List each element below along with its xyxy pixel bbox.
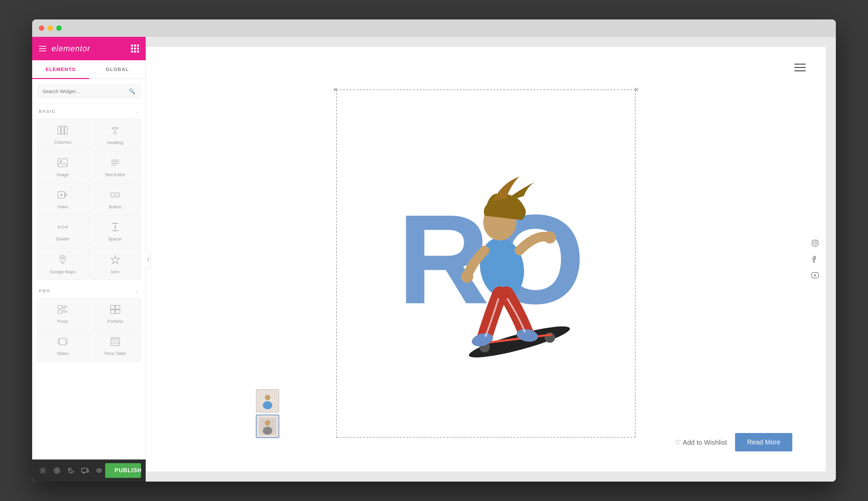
text-editor-label: Text Editor — [105, 172, 125, 177]
grid-dot — [131, 47, 133, 50]
minimize-button[interactable] — [47, 25, 53, 31]
widget-divider[interactable]: Divider — [37, 216, 89, 247]
svg-rect-0 — [58, 126, 61, 134]
facebook-icon[interactable] — [811, 255, 819, 263]
svg-rect-37 — [116, 310, 120, 313]
style-icon[interactable] — [51, 465, 63, 477]
svg-point-71 — [263, 401, 272, 409]
grid-dot — [134, 47, 136, 50]
widget-portfolio[interactable]: Portfolio — [89, 298, 141, 330]
svg-rect-50 — [87, 470, 88, 472]
selection-handle-tr: ✕ — [634, 86, 639, 94]
responsive-icon[interactable] — [79, 465, 91, 477]
svg-rect-31 — [58, 310, 62, 313]
hamburger-icon — [39, 46, 46, 51]
svg-point-61 — [461, 270, 473, 283]
svg-point-5 — [60, 160, 62, 162]
svg-marker-26 — [111, 256, 119, 264]
wishlist-link[interactable]: ♡ Add to Wishlist — [675, 438, 727, 446]
columns-label: Columns — [54, 140, 71, 145]
pro-section-chevron: ⌄ — [135, 288, 139, 294]
panel-collapse-handle[interactable]: ❮ — [146, 251, 151, 268]
svg-rect-64 — [812, 240, 818, 246]
svg-marker-12 — [61, 194, 63, 196]
hamburger-menu-button[interactable]: elementor — [39, 44, 90, 53]
instagram-icon[interactable] — [811, 239, 819, 247]
hamburger-bar-3 — [39, 51, 46, 51]
canvas-area: RO — [146, 37, 836, 482]
panel-header: elementor — [32, 37, 146, 60]
spacer-icon — [110, 223, 120, 233]
preview-icon[interactable] — [93, 465, 105, 477]
widget-spacer[interactable]: Spacer — [89, 216, 141, 247]
thumbnail-item-1[interactable] — [256, 389, 279, 413]
google-maps-icon — [58, 255, 67, 266]
thumbnail-item-2[interactable] — [256, 415, 279, 438]
svg-rect-38 — [59, 338, 66, 345]
grid-dot — [131, 44, 133, 46]
settings-icon[interactable] — [37, 465, 49, 477]
widget-slides[interactable]: Slides — [37, 330, 89, 362]
preview-nav-button[interactable] — [794, 64, 806, 71]
svg-point-73 — [265, 420, 270, 426]
widget-text-editor[interactable]: Text Editor — [89, 151, 141, 183]
tab-global[interactable]: GLOBAL — [89, 60, 146, 79]
widget-icon[interactable]: Icon — [89, 248, 141, 280]
widget-video[interactable]: Video — [37, 183, 89, 215]
hamburger-bar-2 — [39, 48, 46, 49]
preview-h-line-2 — [794, 67, 806, 68]
widget-price-table[interactable]: Price Table — [89, 330, 141, 362]
mac-window-controls — [39, 25, 62, 31]
grid-dot — [137, 44, 139, 46]
portfolio-icon — [110, 305, 120, 316]
history-icon[interactable] — [65, 465, 77, 477]
svg-rect-1 — [61, 126, 64, 134]
publish-button[interactable]: PUBLISH — [105, 463, 141, 478]
widget-columns[interactable]: Columns — [37, 119, 89, 151]
widget-heading[interactable]: T Heading — [89, 119, 141, 151]
footer-icons — [37, 465, 105, 477]
grid-dot — [137, 51, 139, 53]
read-more-button[interactable]: Read More — [735, 433, 792, 451]
close-button[interactable] — [39, 25, 44, 31]
widget-google-maps[interactable]: Google Maps — [37, 248, 89, 280]
price-table-label: Price Table — [105, 351, 126, 356]
text-editor-icon — [110, 158, 120, 169]
svg-point-74 — [263, 427, 272, 435]
basic-widgets-grid: Columns T Heading — [32, 119, 146, 283]
mac-titlebar — [32, 19, 836, 37]
youtube-icon[interactable] — [811, 271, 819, 279]
mac-window: elementor ELEMENTS GLOBAL — [32, 19, 836, 482]
apps-grid-button[interactable] — [131, 44, 139, 53]
hamburger-bar-1 — [39, 46, 46, 46]
maximize-button[interactable] — [56, 25, 62, 31]
basic-section-header[interactable]: BASIC ⌄ — [32, 104, 146, 119]
widget-button[interactable]: Button — [89, 183, 141, 215]
search-area: 🔍 — [32, 79, 146, 104]
heading-label: Heading — [107, 140, 123, 145]
svg-rect-35 — [116, 306, 120, 309]
basic-section-chevron: ⌄ — [135, 108, 139, 114]
elementor-logo: elementor — [52, 44, 90, 53]
video-icon — [57, 191, 68, 201]
pro-section-header[interactable]: PRO ⌄ — [32, 283, 146, 298]
slides-icon — [57, 337, 68, 348]
grid-dot — [134, 44, 136, 46]
video-label: Video — [57, 204, 68, 209]
main-content: elementor ELEMENTS GLOBAL — [32, 37, 836, 482]
preview-h-line-3 — [794, 70, 806, 71]
divider-label: Divider — [56, 236, 69, 242]
tab-elements[interactable]: ELEMENTS — [32, 60, 89, 79]
website-preview: RO — [146, 47, 826, 471]
svg-point-70 — [265, 395, 270, 400]
widget-image[interactable]: Image — [37, 151, 89, 183]
widget-posts[interactable]: Posts — [37, 298, 89, 330]
grid-dot — [137, 47, 139, 50]
search-input[interactable] — [43, 88, 129, 94]
svg-rect-34 — [110, 306, 115, 309]
elementor-panel: elementor ELEMENTS GLOBAL — [32, 37, 146, 482]
svg-point-53 — [98, 470, 100, 471]
skater-image — [401, 146, 602, 364]
selection-handle-tl: ✕ — [333, 86, 338, 94]
button-icon — [110, 191, 120, 201]
